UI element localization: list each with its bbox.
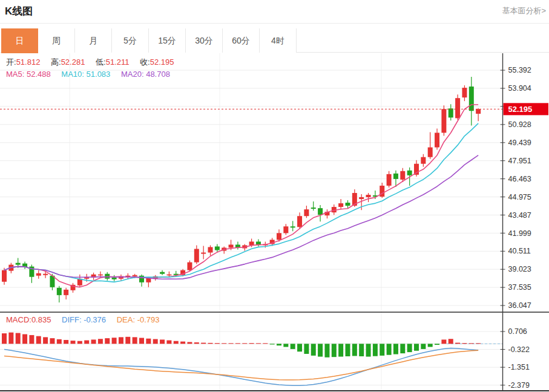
dea-value-legend: DEA: -0.793	[117, 315, 160, 324]
current-price-badge-text: 52.195	[508, 105, 533, 114]
price-tick-label: 53.904	[508, 84, 531, 93]
macd-histogram-bar	[8, 333, 13, 344]
macd-histogram-bar	[208, 343, 213, 344]
candle-body	[304, 209, 309, 216]
macd-histogram-bar	[435, 344, 439, 345]
macd-histogram-bar	[119, 337, 123, 344]
candle-body	[201, 252, 206, 253]
candle-body	[187, 263, 192, 270]
macd-histogram-bar	[352, 344, 357, 356]
macd-histogram-bar	[277, 344, 281, 345]
candle-body	[2, 270, 7, 282]
macd-histogram-bar	[112, 338, 117, 344]
candle-body	[338, 203, 343, 207]
macd-histogram-bar	[304, 344, 309, 354]
price-tick-label: 40.511	[508, 247, 531, 255]
macd-histogram-bar	[180, 342, 185, 344]
macd-histogram-bar	[139, 338, 144, 344]
macd-histogram-bar	[476, 343, 481, 344]
macd-histogram-bar	[229, 343, 234, 344]
candle-body	[16, 263, 21, 265]
macd-histogram-bar	[373, 344, 378, 356]
candle-body	[311, 207, 316, 209]
macd-histogram-bar	[256, 343, 261, 344]
candle-body	[421, 157, 426, 164]
macd-histogram-bar	[98, 339, 103, 344]
candle-body	[387, 174, 392, 186]
candle-body	[393, 174, 398, 179]
candle-body	[283, 226, 288, 233]
macd-histogram-bar	[421, 344, 426, 349]
candle-body	[256, 241, 261, 244]
low-value: 51.211	[106, 57, 130, 67]
diff-value-legend: DIFF: -0.376	[62, 315, 106, 324]
close-label: 收:	[140, 57, 150, 67]
macd-histogram-bar	[194, 342, 199, 344]
macd-histogram-bar	[455, 343, 460, 344]
macd-histogram-bar	[160, 339, 165, 344]
macd-histogram-bar	[77, 341, 82, 344]
ma-legend: MA5: 52.488 MA10: 51.083 MA20: 48.708	[6, 70, 179, 79]
macd-histogram-bar	[2, 333, 7, 344]
price-tick-label: 36.047	[508, 301, 531, 310]
candle-body	[428, 148, 433, 157]
close-value: 52.195	[150, 57, 174, 67]
candle-body	[229, 244, 234, 247]
candle-body	[64, 290, 68, 295]
candle-body	[441, 109, 446, 132]
macd-histogram-bar	[153, 339, 158, 344]
macd-histogram-bar	[215, 343, 220, 344]
macd-histogram-bar	[441, 339, 446, 344]
macd-tick-label: -0.322	[508, 345, 530, 354]
price-tick-label: 55.392	[508, 66, 531, 74]
macd-histogram-bar	[64, 340, 68, 344]
candle-body	[43, 274, 48, 275]
macd-histogram-bar	[311, 344, 316, 356]
low-label: 低:	[96, 57, 106, 67]
macd-histogram-bar	[50, 338, 54, 344]
macd-histogram-bar	[449, 339, 453, 344]
macd-histogram-bar	[462, 343, 467, 344]
macd-histogram-bar	[263, 343, 268, 344]
candle-body	[359, 197, 364, 199]
macd-histogram-bar	[22, 334, 27, 344]
macd-histogram-bar	[291, 344, 295, 349]
price-tick-label: 39.023	[508, 265, 531, 273]
price-tick-label: 43.487	[508, 211, 531, 220]
macd-histogram-bar	[380, 344, 384, 356]
macd-histogram-bar	[366, 344, 371, 356]
macd-histogram-bar	[338, 344, 343, 356]
high-value: 52.281	[61, 57, 85, 67]
candle-body	[98, 275, 103, 276]
macd-histogram-bar	[43, 337, 48, 344]
candle-body	[469, 87, 474, 111]
candle-body	[291, 226, 295, 227]
ohlc-legend: 开:51.812 高:52.281 低:51.211 收:52.195	[6, 57, 182, 68]
macd-value-legend: MACD:0.835	[6, 315, 51, 324]
macd-histogram-bar	[133, 337, 137, 344]
candle-body	[249, 241, 254, 245]
macd-histogram-bar	[428, 344, 433, 347]
candle-body	[400, 171, 405, 180]
macd-dea-line	[4, 350, 478, 380]
macd-histogram-bar	[125, 337, 130, 344]
macd-histogram-bar	[346, 344, 350, 356]
candle-body	[36, 273, 41, 276]
price-tick-label: 49.439	[508, 139, 531, 147]
candle-body	[194, 249, 199, 262]
candle-body	[139, 276, 144, 283]
price-tick-label: 50.928	[508, 120, 531, 129]
macd-histogram-bar	[187, 342, 192, 344]
macd-histogram-bar	[201, 343, 206, 344]
macd-histogram-bar	[166, 341, 171, 344]
macd-histogram-bar	[174, 341, 179, 344]
macd-legend: MACD:0.835 DIFF: -0.376 DEA: -0.793	[6, 315, 168, 324]
macd-histogram-bar	[16, 333, 21, 344]
macd-histogram-bar	[84, 341, 89, 344]
macd-histogram-bar	[270, 344, 275, 344]
high-label: 高:	[51, 57, 61, 67]
macd-histogram-bar	[242, 343, 247, 344]
candle-body	[462, 88, 467, 97]
price-tick-label: 41.999	[508, 229, 531, 238]
macd-histogram-bar	[359, 344, 364, 356]
